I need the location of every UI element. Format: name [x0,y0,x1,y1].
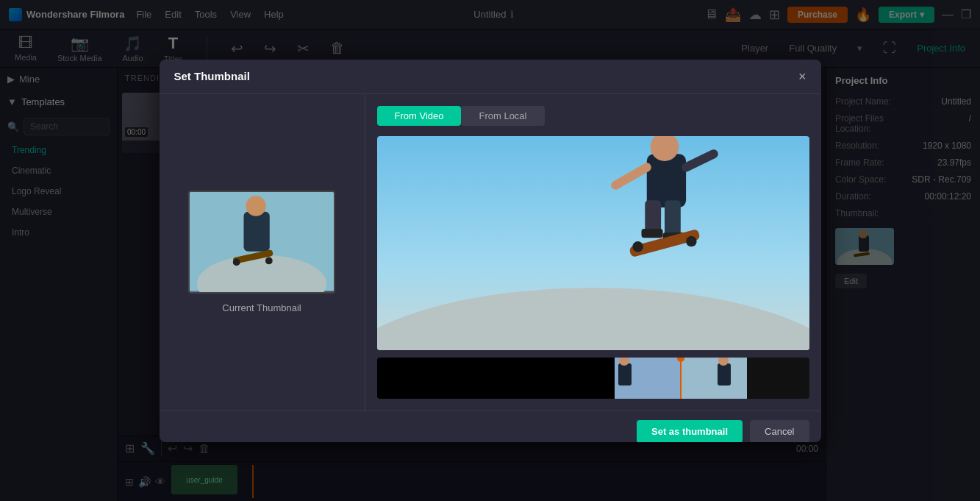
scrub-needle-top [677,358,684,362]
svg-rect-29 [718,363,731,385]
modal-body: Current Thumbnail From Video From Local [160,94,821,411]
svg-rect-7 [244,212,270,252]
svg-point-10 [233,259,240,266]
modal-close-button[interactable]: × [798,70,806,83]
svg-point-11 [265,257,273,265]
modal-footer: Set as thumbnail Cancel [160,411,821,442]
scrub-frame1-svg [615,358,681,399]
svg-rect-26 [618,363,632,385]
svg-rect-14 [646,154,685,207]
svg-rect-17 [665,200,681,238]
video-frame-svg [377,136,809,350]
svg-point-21 [632,241,643,252]
scrub-frame-1 [615,358,681,399]
video-preview-box [377,136,809,350]
svg-point-8 [246,196,265,216]
scrub-bar[interactable] [377,358,809,399]
modal-overlay: Set Thumbnail × [0,0,980,501]
tab-from-local[interactable]: From Local [461,106,544,126]
cancel-button[interactable]: Cancel [750,420,809,442]
set-thumbnail-modal: Set Thumbnail × [160,60,821,442]
modal-left-panel: Current Thumbnail [160,94,365,411]
scrub-needle [680,358,682,399]
current-thumbnail-image [190,192,334,292]
svg-rect-28 [681,358,747,399]
modal-header: Set Thumbnail × [160,60,821,94]
current-thumbnail-label: Current Thumbnail [222,302,301,313]
svg-point-22 [686,235,697,246]
scrub-frame2-svg [681,358,747,399]
svg-rect-18 [641,229,662,238]
modal-right-panel: From Video From Local [365,94,821,411]
scrub-black-region [377,358,615,399]
scrub-frame-2 [681,358,747,399]
modal-title: Set Thumbnail [174,70,250,82]
modal-tabs: From Video From Local [377,106,809,126]
set-as-thumbnail-button[interactable]: Set as thumbnail [637,420,743,442]
current-thumbnail-box [188,191,335,294]
tab-from-video[interactable]: From Video [377,106,462,126]
current-thumb-svg [190,191,334,292]
